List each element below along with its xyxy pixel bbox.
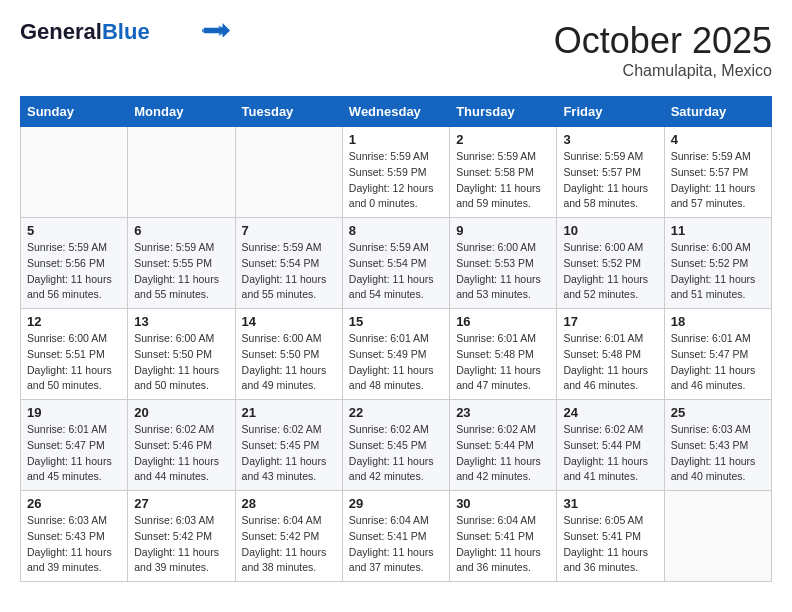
calendar-cell: 27Sunrise: 6:03 AMSunset: 5:42 PMDayligh…: [128, 491, 235, 582]
calendar-cell: 19Sunrise: 6:01 AMSunset: 5:47 PMDayligh…: [21, 400, 128, 491]
day-number: 10: [563, 223, 657, 238]
day-info: Sunrise: 6:01 AMSunset: 5:48 PMDaylight:…: [456, 331, 550, 394]
day-number: 31: [563, 496, 657, 511]
calendar-cell: 21Sunrise: 6:02 AMSunset: 5:45 PMDayligh…: [235, 400, 342, 491]
day-number: 15: [349, 314, 443, 329]
calendar-cell: 26Sunrise: 6:03 AMSunset: 5:43 PMDayligh…: [21, 491, 128, 582]
calendar-cell: 5Sunrise: 5:59 AMSunset: 5:56 PMDaylight…: [21, 218, 128, 309]
calendar-cell: 10Sunrise: 6:00 AMSunset: 5:52 PMDayligh…: [557, 218, 664, 309]
day-info: Sunrise: 6:00 AMSunset: 5:51 PMDaylight:…: [27, 331, 121, 394]
calendar-cell: 4Sunrise: 5:59 AMSunset: 5:57 PMDaylight…: [664, 127, 771, 218]
day-number: 23: [456, 405, 550, 420]
calendar-cell: 17Sunrise: 6:01 AMSunset: 5:48 PMDayligh…: [557, 309, 664, 400]
day-number: 25: [671, 405, 765, 420]
calendar-cell: 1Sunrise: 5:59 AMSunset: 5:59 PMDaylight…: [342, 127, 449, 218]
calendar-week-5: 26Sunrise: 6:03 AMSunset: 5:43 PMDayligh…: [21, 491, 772, 582]
day-info: Sunrise: 6:01 AMSunset: 5:48 PMDaylight:…: [563, 331, 657, 394]
calendar-week-1: 1Sunrise: 5:59 AMSunset: 5:59 PMDaylight…: [21, 127, 772, 218]
day-number: 29: [349, 496, 443, 511]
day-number: 30: [456, 496, 550, 511]
weekday-header-thursday: Thursday: [450, 97, 557, 127]
calendar-cell: 29Sunrise: 6:04 AMSunset: 5:41 PMDayligh…: [342, 491, 449, 582]
calendar-cell: 25Sunrise: 6:03 AMSunset: 5:43 PMDayligh…: [664, 400, 771, 491]
day-number: 20: [134, 405, 228, 420]
day-number: 14: [242, 314, 336, 329]
day-info: Sunrise: 5:59 AMSunset: 5:54 PMDaylight:…: [349, 240, 443, 303]
day-number: 27: [134, 496, 228, 511]
day-info: Sunrise: 6:01 AMSunset: 5:47 PMDaylight:…: [27, 422, 121, 485]
day-info: Sunrise: 6:03 AMSunset: 5:42 PMDaylight:…: [134, 513, 228, 576]
day-info: Sunrise: 5:59 AMSunset: 5:58 PMDaylight:…: [456, 149, 550, 212]
calendar-cell: 23Sunrise: 6:02 AMSunset: 5:44 PMDayligh…: [450, 400, 557, 491]
day-info: Sunrise: 6:04 AMSunset: 5:42 PMDaylight:…: [242, 513, 336, 576]
day-info: Sunrise: 6:01 AMSunset: 5:47 PMDaylight:…: [671, 331, 765, 394]
day-number: 28: [242, 496, 336, 511]
day-number: 19: [27, 405, 121, 420]
day-info: Sunrise: 6:00 AMSunset: 5:52 PMDaylight:…: [671, 240, 765, 303]
calendar-cell: 9Sunrise: 6:00 AMSunset: 5:53 PMDaylight…: [450, 218, 557, 309]
day-number: 3: [563, 132, 657, 147]
day-info: Sunrise: 6:05 AMSunset: 5:41 PMDaylight:…: [563, 513, 657, 576]
weekday-header-tuesday: Tuesday: [235, 97, 342, 127]
calendar-cell: 28Sunrise: 6:04 AMSunset: 5:42 PMDayligh…: [235, 491, 342, 582]
day-number: 24: [563, 405, 657, 420]
svg-marker-1: [203, 23, 229, 37]
day-number: 26: [27, 496, 121, 511]
calendar-cell: 16Sunrise: 6:01 AMSunset: 5:48 PMDayligh…: [450, 309, 557, 400]
weekday-header-wednesday: Wednesday: [342, 97, 449, 127]
day-number: 5: [27, 223, 121, 238]
calendar-cell: 13Sunrise: 6:00 AMSunset: 5:50 PMDayligh…: [128, 309, 235, 400]
day-number: 4: [671, 132, 765, 147]
calendar-cell: 12Sunrise: 6:00 AMSunset: 5:51 PMDayligh…: [21, 309, 128, 400]
calendar-cell: 14Sunrise: 6:00 AMSunset: 5:50 PMDayligh…: [235, 309, 342, 400]
location-subtitle: Chamulapita, Mexico: [554, 62, 772, 80]
weekday-header-saturday: Saturday: [664, 97, 771, 127]
day-number: 13: [134, 314, 228, 329]
logo-icon: [202, 23, 230, 37]
day-info: Sunrise: 6:01 AMSunset: 5:49 PMDaylight:…: [349, 331, 443, 394]
day-info: Sunrise: 6:00 AMSunset: 5:50 PMDaylight:…: [134, 331, 228, 394]
weekday-header-sunday: Sunday: [21, 97, 128, 127]
day-number: 7: [242, 223, 336, 238]
calendar-week-3: 12Sunrise: 6:00 AMSunset: 5:51 PMDayligh…: [21, 309, 772, 400]
day-number: 21: [242, 405, 336, 420]
day-info: Sunrise: 6:02 AMSunset: 5:45 PMDaylight:…: [242, 422, 336, 485]
day-info: Sunrise: 6:04 AMSunset: 5:41 PMDaylight:…: [349, 513, 443, 576]
day-info: Sunrise: 6:03 AMSunset: 5:43 PMDaylight:…: [671, 422, 765, 485]
logo: GeneralBlue: [20, 20, 230, 44]
day-info: Sunrise: 6:02 AMSunset: 5:44 PMDaylight:…: [563, 422, 657, 485]
day-number: 11: [671, 223, 765, 238]
day-info: Sunrise: 6:00 AMSunset: 5:52 PMDaylight:…: [563, 240, 657, 303]
day-info: Sunrise: 6:02 AMSunset: 5:44 PMDaylight:…: [456, 422, 550, 485]
day-info: Sunrise: 6:00 AMSunset: 5:53 PMDaylight:…: [456, 240, 550, 303]
calendar-cell: 22Sunrise: 6:02 AMSunset: 5:45 PMDayligh…: [342, 400, 449, 491]
calendar-cell: 20Sunrise: 6:02 AMSunset: 5:46 PMDayligh…: [128, 400, 235, 491]
calendar-cell: 18Sunrise: 6:01 AMSunset: 5:47 PMDayligh…: [664, 309, 771, 400]
day-number: 22: [349, 405, 443, 420]
calendar-cell: [664, 491, 771, 582]
month-title: October 2025: [554, 20, 772, 62]
day-info: Sunrise: 6:03 AMSunset: 5:43 PMDaylight:…: [27, 513, 121, 576]
day-info: Sunrise: 6:04 AMSunset: 5:41 PMDaylight:…: [456, 513, 550, 576]
calendar-cell: 8Sunrise: 5:59 AMSunset: 5:54 PMDaylight…: [342, 218, 449, 309]
day-info: Sunrise: 5:59 AMSunset: 5:56 PMDaylight:…: [27, 240, 121, 303]
calendar-cell: 2Sunrise: 5:59 AMSunset: 5:58 PMDaylight…: [450, 127, 557, 218]
calendar-cell: 3Sunrise: 5:59 AMSunset: 5:57 PMDaylight…: [557, 127, 664, 218]
day-info: Sunrise: 5:59 AMSunset: 5:59 PMDaylight:…: [349, 149, 443, 212]
calendar-cell: 7Sunrise: 5:59 AMSunset: 5:54 PMDaylight…: [235, 218, 342, 309]
calendar-cell: 24Sunrise: 6:02 AMSunset: 5:44 PMDayligh…: [557, 400, 664, 491]
calendar-cell: 6Sunrise: 5:59 AMSunset: 5:55 PMDaylight…: [128, 218, 235, 309]
day-info: Sunrise: 5:59 AMSunset: 5:55 PMDaylight:…: [134, 240, 228, 303]
calendar-cell: [21, 127, 128, 218]
weekday-header-row: SundayMondayTuesdayWednesdayThursdayFrid…: [21, 97, 772, 127]
weekday-header-friday: Friday: [557, 97, 664, 127]
day-number: 2: [456, 132, 550, 147]
day-info: Sunrise: 5:59 AMSunset: 5:57 PMDaylight:…: [671, 149, 765, 212]
day-number: 16: [456, 314, 550, 329]
logo-text: GeneralBlue: [20, 20, 150, 44]
day-info: Sunrise: 6:00 AMSunset: 5:50 PMDaylight:…: [242, 331, 336, 394]
calendar-week-4: 19Sunrise: 6:01 AMSunset: 5:47 PMDayligh…: [21, 400, 772, 491]
day-number: 8: [349, 223, 443, 238]
calendar-cell: 15Sunrise: 6:01 AMSunset: 5:49 PMDayligh…: [342, 309, 449, 400]
day-info: Sunrise: 6:02 AMSunset: 5:46 PMDaylight:…: [134, 422, 228, 485]
